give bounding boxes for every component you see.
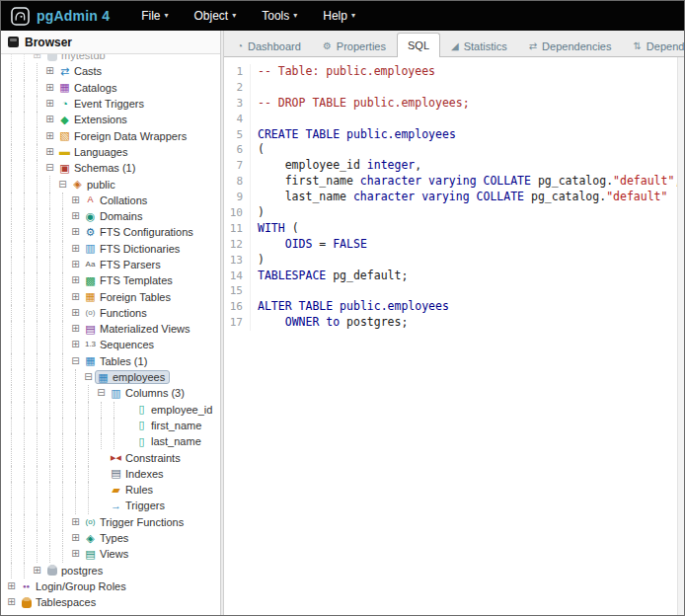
expand-icon[interactable]: ⊞ [69,260,82,270]
tree-node-postgres[interactable]: postgres [43,564,107,578]
tree-node-fts-configurations[interactable]: ⚙FTS Configurations [82,225,197,239]
tree-node-constraints[interactable]: ▶◀Constraints [108,451,185,465]
expand-icon[interactable]: ⊞ [69,292,82,302]
tree-item-tablespaces[interactable]: ⊞Tablespaces [5,594,220,610]
expand-icon[interactable]: ⊞ [5,597,18,607]
expand-icon[interactable]: ⊞ [43,99,56,109]
expand-icon[interactable]: ⊞ [69,533,82,543]
tree-item-casts[interactable]: ⊞⇄Casts [5,63,220,79]
tree-item-columns-3[interactable]: ⊟▥Columns (3) [5,385,220,401]
tree-item-materialized-views[interactable]: ⊞▤Materialized Views [5,321,220,337]
expand-icon[interactable]: ⊞ [5,581,18,591]
menu-object[interactable]: Object▾ [194,9,237,23]
tree-node-login-group-roles[interactable]: ●●Login/Group Roles [18,579,130,593]
tree-node-domains[interactable]: ◉Domains [82,209,146,223]
tree-item-fts-templates[interactable]: ⊞▩FTS Templates [5,272,220,288]
tree-node-tablespaces[interactable]: Tablespaces [18,595,100,609]
expand-icon[interactable]: ⊞ [69,227,82,237]
tree-node-rules[interactable]: ▰Rules [108,483,157,497]
tree-item-constraints[interactable]: ▶◀Constraints [5,449,220,465]
tree-item-extensions[interactable]: ⊞◆Extensions [5,112,220,127]
tree-item-domains[interactable]: ⊞◉Domains [5,208,220,224]
tree-node-types[interactable]: ◈Types [82,531,132,545]
tree-node-event-triggers[interactable]: ◔Event Triggers [56,97,148,111]
expand-icon[interactable]: ⊞ [69,308,82,318]
expand-icon[interactable]: ⊞ [69,549,82,559]
tree-node-materialized-views[interactable]: ▤Materialized Views [82,322,194,336]
tree-node-views[interactable]: ▤Views [82,547,132,561]
collapse-icon[interactable]: ⊟ [43,163,56,173]
tree-item-sequences[interactable]: ⊞1.3Sequences [5,337,220,352]
menu-tools[interactable]: Tools▾ [262,9,297,23]
tab-statistics[interactable]: ◢Statistics [440,35,518,56]
tree-item-foreign-data-wrappers[interactable]: ⊞▧Foreign Data Wrappers [5,127,220,143]
expand-icon[interactable]: ⊞ [43,115,56,124]
expand-icon[interactable]: ⊞ [31,54,43,60]
tree-node-fts-parsers[interactable]: AaFTS Parsers [82,258,165,271]
tree-item-foreign-tables[interactable]: ⊞▦Foreign Tables [5,288,220,304]
expand-icon[interactable]: ⊞ [69,517,82,527]
tree-item-indexes[interactable]: ▤Indexes [5,466,220,482]
tree-node-languages[interactable]: ▬Languages [56,145,131,159]
tree-item-postgres[interactable]: ⊞postgres [5,563,220,578]
tab-properties[interactable]: ⚙Properties [312,35,397,56]
tree-item-catalogs[interactable]: ⊞▦Catalogs [5,80,220,96]
tree-item-schemas-1[interactable]: ⊟▣Schemas (1) [5,160,220,176]
tree-node-foreign-tables[interactable]: ▦Foreign Tables [82,290,175,304]
tree-item-login-group-roles[interactable]: ⊞●●Login/Group Roles [5,578,220,594]
collapse-icon[interactable]: ⊟ [95,388,108,398]
tree-node-extensions[interactable]: ◆Extensions [56,113,131,126]
tree-item-trigger-functions[interactable]: ⊞(o)Trigger Functions [5,514,220,530]
tree-item-last-name[interactable]: ▯last_name [5,433,220,449]
expand-icon[interactable]: ⊞ [31,566,43,576]
tree-node-trigger-functions[interactable]: (o)Trigger Functions [82,515,188,529]
collapse-icon[interactable]: ⊟ [82,372,95,382]
tree-node-mytestdb[interactable]: mytestdb [43,54,110,62]
tree-item-event-triggers[interactable]: ⊞◔Event Triggers [5,96,220,112]
expand-icon[interactable]: ⊞ [43,83,56,93]
tree-node-fts-templates[interactable]: ▩FTS Templates [82,273,177,287]
tree-item-employee-id[interactable]: ▯employee_id [5,402,220,418]
tab-dependents[interactable]: ⇅Dependents [622,35,685,56]
tree-item-employees[interactable]: ⊟▦employees [5,369,220,385]
tree-node-catalogs[interactable]: ▦Catalogs [56,81,120,95]
tree-item-first-name[interactable]: ▯first_name [5,418,220,433]
tree-node-schemas-1[interactable]: ▣Schemas (1) [56,161,139,175]
tree-item-functions[interactable]: ⊞(o)Functions [5,305,220,321]
tree-node-tables-1[interactable]: ▦Tables (1) [82,354,151,368]
tree-item-tables-1[interactable]: ⊟▦Tables (1) [5,353,220,369]
tree-item-views[interactable]: ⊞▤Views [5,546,220,562]
expand-icon[interactable]: ⊞ [69,211,82,221]
tab-dashboard[interactable]: ◔Dashboard [226,35,312,56]
expand-icon[interactable]: ⊞ [69,275,82,285]
tree-node-employees[interactable]: ▦employees [95,370,170,384]
expand-icon[interactable]: ⊞ [69,244,82,254]
expand-icon[interactable]: ⊞ [69,340,82,349]
expand-icon[interactable]: ⊞ [43,66,56,76]
tree-node-functions[interactable]: (o)Functions [82,306,151,320]
vertical-scrollbar[interactable] [677,57,684,615]
tree-item-fts-parsers[interactable]: ⊞AaFTS Parsers [5,257,220,272]
sql-editor[interactable]: 1-- Table: public.employees23-- DROP TAB… [224,57,684,615]
tree-node-casts[interactable]: ⇄Casts [56,64,106,78]
tab-dependencies[interactable]: ⇄Dependencies [518,35,623,56]
expand-icon[interactable]: ⊞ [69,324,82,334]
expand-icon[interactable]: ⊞ [69,195,82,205]
tree-item-languages[interactable]: ⊞▬Languages [5,144,220,160]
tree-item-fts-configurations[interactable]: ⊞⚙FTS Configurations [5,224,220,240]
collapse-icon[interactable]: ⊟ [69,356,82,366]
tree-node-first-name[interactable]: ▯first_name [133,419,205,432]
tree-item-fts-dictionaries[interactable]: ⊞▥FTS Dictionaries [5,241,220,257]
tree-node-indexes[interactable]: ▤Indexes [108,467,168,481]
tree-item-mytestdb[interactable]: ⊞mytestdb [5,54,220,63]
expand-icon[interactable]: ⊞ [43,147,56,157]
menu-file[interactable]: File▾ [141,9,168,23]
tree-item-rules[interactable]: ▰Rules [5,482,220,498]
tree-node-triggers[interactable]: →Triggers [108,499,169,512]
tree-node-public[interactable]: ◈public [69,178,119,192]
tree-item-public[interactable]: ⊟◈public [5,176,220,192]
tree-node-sequences[interactable]: 1.3Sequences [82,338,158,351]
collapse-icon[interactable]: ⊟ [56,180,69,190]
tree-node-fts-dictionaries[interactable]: ▥FTS Dictionaries [82,242,184,256]
tree-item-collations[interactable]: ⊞ACollations [5,192,220,208]
